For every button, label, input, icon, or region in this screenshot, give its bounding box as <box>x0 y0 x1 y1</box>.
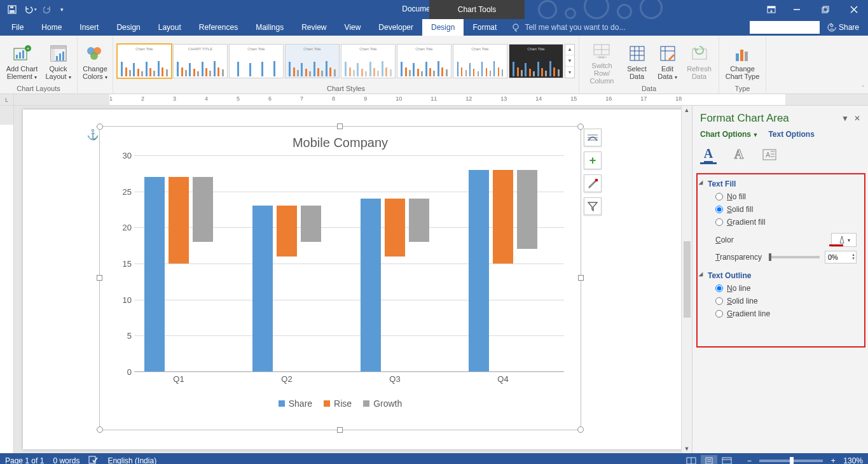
transparency-slider[interactable] <box>769 256 820 258</box>
save-icon[interactable] <box>4 1 20 18</box>
chart-options-dropdown[interactable]: Chart Options <box>700 130 758 139</box>
gradient-fill-radio[interactable]: Gradient fill <box>715 218 857 227</box>
redo-icon[interactable] <box>39 1 56 18</box>
bar-rise-q3[interactable] <box>385 199 405 257</box>
document-area[interactable]: ⚓ Mobile Company 051015202530 Q1Q2Q <box>14 106 681 453</box>
resize-handle[interactable] <box>97 123 103 130</box>
no-fill-radio[interactable]: No fill <box>715 192 857 201</box>
bar-growth-q2[interactable] <box>301 206 321 242</box>
bar-rise-q2[interactable] <box>277 206 297 256</box>
zoom-slider[interactable] <box>759 460 823 462</box>
tab-references[interactable]: References <box>190 19 247 36</box>
chart-elements-icon[interactable]: + <box>584 151 602 169</box>
edit-data-button[interactable]: Edit Data ▾ <box>654 41 682 81</box>
collapse-ribbon-icon[interactable]: ˇ <box>862 85 864 92</box>
pane-close-icon[interactable]: ✕ <box>854 114 860 123</box>
chart-title[interactable]: Mobile Company <box>106 133 574 155</box>
plot-area[interactable]: 051015202530 <box>134 155 564 372</box>
bar-share-q2[interactable] <box>252 206 273 372</box>
resize-handle[interactable] <box>97 426 103 433</box>
legend-item-share[interactable]: Share <box>279 398 312 409</box>
chart-object[interactable]: Mobile Company 051015202530 Q1Q2Q3Q4 Sha… <box>99 126 581 430</box>
resize-handle[interactable] <box>577 426 584 433</box>
maximize-icon[interactable] <box>811 0 839 19</box>
bar-share-q1[interactable] <box>144 177 165 372</box>
textbox-tab-icon[interactable]: A <box>761 148 778 164</box>
chart-filters-icon[interactable] <box>584 197 602 215</box>
status-language[interactable]: English (India) <box>107 456 156 465</box>
undo-icon[interactable]: ▾ <box>22 1 38 18</box>
text-fill-outline-tab-icon[interactable]: A <box>700 148 717 164</box>
legend-item-growth[interactable]: Growth <box>363 398 402 409</box>
layout-options-icon[interactable] <box>584 129 602 146</box>
bar-rise-q4[interactable] <box>493 170 513 264</box>
print-layout-icon[interactable] <box>701 455 717 465</box>
resize-handle[interactable] <box>578 275 584 281</box>
solid-fill-radio[interactable]: Solid fill <box>715 205 857 214</box>
zoom-out-button[interactable]: − <box>744 456 754 465</box>
solid-line-radio[interactable]: Solid line <box>715 297 857 306</box>
tab-insert[interactable]: Insert <box>71 19 107 36</box>
titlebar-search-input[interactable] <box>750 21 820 34</box>
chart-style-6[interactable]: Chart Title <box>397 44 451 78</box>
tab-review[interactable]: Review <box>293 19 335 36</box>
resize-handle[interactable] <box>337 123 343 129</box>
minimize-icon[interactable] <box>782 0 811 19</box>
gradient-line-radio[interactable]: Gradient line <box>715 309 857 318</box>
text-outline-section[interactable]: Text Outline <box>698 266 864 284</box>
status-words[interactable]: 0 words <box>53 456 79 465</box>
bar-growth-q3[interactable] <box>409 199 429 242</box>
change-colors-button[interactable]: Change Colors ▾ <box>80 41 111 81</box>
tab-layout[interactable]: Layout <box>149 19 190 36</box>
chart-area[interactable]: Mobile Company 051015202530 Q1Q2Q3Q4 Sha… <box>106 133 574 423</box>
add-chart-element-button[interactable]: + Add Chart Element ▾ <box>4 41 41 81</box>
tab-developer[interactable]: Developer <box>369 19 422 36</box>
qat-customize-icon[interactable]: ▾ <box>57 1 66 18</box>
zoom-in-button[interactable]: + <box>828 456 838 465</box>
no-line-radio[interactable]: No line <box>715 284 857 293</box>
select-data-button[interactable]: Select Data <box>623 41 651 81</box>
text-options-link[interactable]: Text Options <box>768 130 814 139</box>
chart-style-8[interactable]: Chart Title <box>509 44 563 78</box>
status-page[interactable]: Page 1 of 1 <box>5 456 44 465</box>
close-icon[interactable] <box>839 0 868 19</box>
status-proofing-icon[interactable] <box>88 455 99 464</box>
bar-share-q4[interactable] <box>469 170 489 372</box>
text-effects-tab-icon[interactable]: A <box>731 148 747 164</box>
tab-chart-design[interactable]: Design <box>422 19 464 36</box>
vertical-scrollbar[interactable]: ▲▼ <box>681 106 692 453</box>
tab-chart-format[interactable]: Format <box>464 19 506 36</box>
zoom-level[interactable]: 130% <box>843 456 863 465</box>
change-chart-type-button[interactable]: Change Chart Type <box>724 41 761 81</box>
tab-home[interactable]: Home <box>32 19 71 36</box>
web-layout-icon[interactable] <box>719 455 735 465</box>
chart-style-3[interactable]: Chart Title <box>229 44 284 78</box>
legend-item-rise[interactable]: Rise <box>324 398 352 409</box>
share-button[interactable]: Share <box>823 23 863 32</box>
tell-me[interactable]: Tell me what you want to do... <box>506 19 750 36</box>
tab-design[interactable]: Design <box>107 19 149 36</box>
tab-view[interactable]: View <box>336 19 370 36</box>
bar-share-q3[interactable] <box>361 199 381 372</box>
chart-style-2[interactable]: CHART TITLE <box>173 44 228 78</box>
text-fill-color-picker[interactable]: ▾ <box>831 233 857 247</box>
horizontal-ruler[interactable]: 123456789101112131415161718 <box>14 94 868 106</box>
chart-style-7[interactable]: Chart Title <box>453 44 507 78</box>
bar-rise-q1[interactable] <box>169 177 189 264</box>
chart-style-4[interactable]: Chart Title <box>285 44 340 78</box>
resize-handle[interactable] <box>97 275 102 281</box>
resize-handle[interactable] <box>577 123 584 130</box>
chart-style-5[interactable]: Chart Title <box>341 44 396 78</box>
ribbon-display-options-icon[interactable] <box>761 0 782 19</box>
vertical-ruler[interactable] <box>0 106 14 453</box>
chart-styles-gallery[interactable]: Chart Title CHART TITLE Chart Title Char… <box>117 44 575 78</box>
resize-handle[interactable] <box>337 427 343 433</box>
read-mode-icon[interactable] <box>683 455 699 465</box>
chart-styles-scroll[interactable]: ▲▼▾ <box>565 44 575 78</box>
quick-layout-button[interactable]: Quick Layout ▾ <box>43 41 74 81</box>
pane-options-icon[interactable]: ▼ <box>841 114 849 123</box>
legend[interactable]: ShareRiseGrowth <box>106 387 574 409</box>
bar-growth-q1[interactable] <box>193 177 213 242</box>
text-fill-section[interactable]: Text Fill <box>698 174 864 192</box>
tab-mailings[interactable]: Mailings <box>247 19 293 36</box>
